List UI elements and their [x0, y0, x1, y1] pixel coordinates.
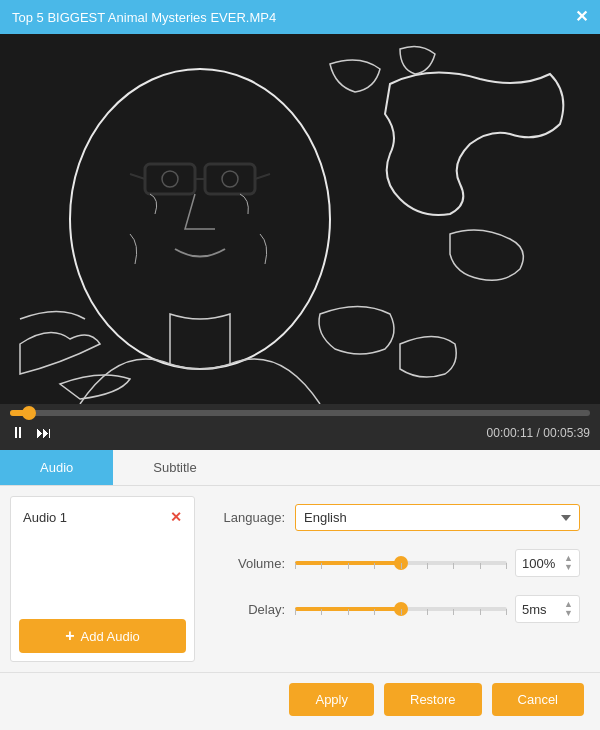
- tab-subtitle[interactable]: Subtitle: [113, 450, 236, 485]
- delay-control: 5ms ▲ ▼: [295, 595, 580, 623]
- video-content: [0, 34, 600, 404]
- tick: [506, 563, 507, 569]
- video-placeholder: [0, 34, 600, 404]
- tick: [480, 563, 481, 569]
- delay-down[interactable]: ▼: [564, 609, 573, 618]
- audio-list-panel: Audio 1 ✕ + Add Audio: [10, 496, 195, 662]
- title-bar: Top 5 BIGGEST Animal Mysteries EVER.MP4 …: [0, 0, 600, 34]
- total-time: 00:05:39: [543, 426, 590, 440]
- tick: [374, 563, 375, 569]
- add-audio-button[interactable]: + Add Audio: [19, 619, 186, 653]
- delay-spinner-arrows: ▲ ▼: [564, 600, 573, 618]
- tick: [506, 609, 507, 615]
- progress-bar[interactable]: [10, 410, 590, 416]
- controls-bottom: ⏸ ⏭ 00:00:11 / 00:05:39: [10, 424, 590, 442]
- tick: [321, 563, 322, 569]
- tick: [453, 609, 454, 615]
- volume-row: Volume:: [215, 549, 580, 577]
- tick: [480, 609, 481, 615]
- window-title: Top 5 BIGGEST Animal Mysteries EVER.MP4: [12, 10, 276, 25]
- tick: [348, 563, 349, 569]
- skip-button[interactable]: ⏭: [36, 424, 52, 442]
- delay-row: Delay:: [215, 595, 580, 623]
- tick: [374, 609, 375, 615]
- tabs: Audio Subtitle: [0, 450, 600, 486]
- apply-button[interactable]: Apply: [289, 683, 374, 716]
- delay-label: Delay:: [215, 602, 285, 617]
- time-display: 00:00:11 / 00:05:39: [487, 426, 590, 440]
- plus-icon: +: [65, 627, 74, 645]
- close-button[interactable]: ✕: [575, 9, 588, 25]
- tick: [427, 563, 428, 569]
- volume-slider-track: [295, 561, 507, 565]
- tick: [453, 563, 454, 569]
- panel-content: Audio 1 ✕ + Add Audio Language: English …: [0, 486, 600, 672]
- list-item: Audio 1 ✕: [19, 505, 186, 529]
- delay-value: 5ms: [522, 602, 547, 617]
- volume-control: 100% ▲ ▼: [295, 549, 580, 577]
- audio-list: Audio 1 ✕: [11, 497, 194, 611]
- tab-audio[interactable]: Audio: [0, 450, 113, 485]
- playback-buttons: ⏸ ⏭: [10, 424, 52, 442]
- current-time: 00:00:11: [487, 426, 534, 440]
- volume-spinner-arrows: ▲ ▼: [564, 554, 573, 572]
- settings-panel: Language: English French Spanish German …: [205, 496, 590, 662]
- tick: [321, 609, 322, 615]
- volume-value: 100%: [522, 556, 555, 571]
- audio-remove-button[interactable]: ✕: [170, 509, 182, 525]
- delay-slider-track: [295, 607, 507, 611]
- language-select[interactable]: English French Spanish German Italian Ch…: [295, 504, 580, 531]
- volume-spinner: 100% ▲ ▼: [515, 549, 580, 577]
- tick: [348, 609, 349, 615]
- language-control: English French Spanish German Italian Ch…: [295, 504, 580, 531]
- bottom-panel: Audio Subtitle Audio 1 ✕ + Add Audio Lan…: [0, 450, 600, 730]
- delay-slider-wrapper[interactable]: [295, 599, 507, 619]
- add-audio-label: Add Audio: [81, 629, 140, 644]
- tick: [295, 563, 296, 569]
- volume-down[interactable]: ▼: [564, 563, 573, 572]
- language-label: Language:: [215, 510, 285, 525]
- tick: [401, 609, 402, 615]
- tick: [427, 609, 428, 615]
- restore-button[interactable]: Restore: [384, 683, 482, 716]
- controls-bar: ⏸ ⏭ 00:00:11 / 00:05:39: [0, 404, 600, 450]
- tick: [401, 563, 402, 569]
- footer-buttons: Apply Restore Cancel: [0, 672, 600, 730]
- video-area: [0, 34, 600, 404]
- tick: [295, 609, 296, 615]
- delay-spinner: 5ms ▲ ▼: [515, 595, 580, 623]
- language-row: Language: English French Spanish German …: [215, 504, 580, 531]
- volume-label: Volume:: [215, 556, 285, 571]
- volume-slider-wrapper[interactable]: [295, 553, 507, 573]
- progress-handle[interactable]: [22, 406, 36, 420]
- cancel-button[interactable]: Cancel: [492, 683, 584, 716]
- audio-item-name: Audio 1: [23, 510, 67, 525]
- pause-button[interactable]: ⏸: [10, 424, 26, 442]
